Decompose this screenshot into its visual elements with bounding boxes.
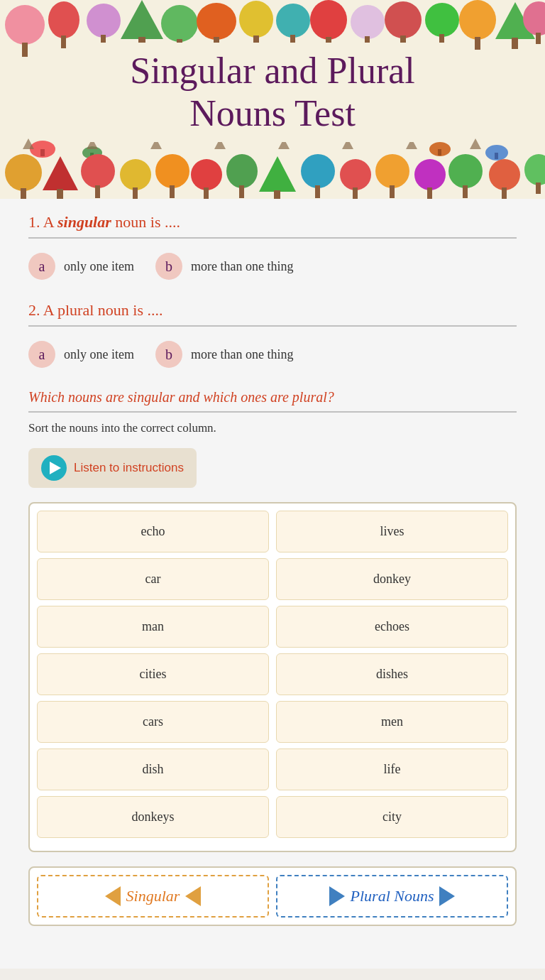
svg-rect-41 [57, 189, 63, 199]
word-cell-echo[interactable]: echo [37, 511, 269, 552]
content-area: 1. A singular noun is .... a only one it… [0, 199, 545, 969]
svg-point-0 [5, 5, 45, 45]
plural-arrow-icon [329, 886, 345, 906]
option-b-badge-2: b [155, 341, 182, 368]
svg-point-2 [48, 1, 79, 38]
plural-column[interactable]: Plural Nouns [276, 875, 508, 918]
word-cell-man[interactable]: man [37, 606, 269, 648]
word-row-6: dish life [37, 748, 508, 790]
svg-rect-37 [495, 153, 498, 159]
word-cell-donkeys[interactable]: donkeys [37, 796, 269, 838]
svg-rect-31 [40, 149, 45, 156]
question-1: 1. A singular noun is .... a only one it… [28, 213, 517, 280]
svg-rect-51 [239, 185, 244, 198]
svg-marker-75 [470, 138, 481, 149]
word-cell-dishes[interactable]: dishes [276, 653, 508, 695]
svg-rect-49 [204, 187, 209, 199]
word-row-7: donkeys city [37, 796, 508, 838]
singular-column[interactable]: Singular [37, 875, 269, 918]
svg-marker-6 [121, 0, 163, 39]
question-2-option-b[interactable]: b more than one thing [155, 341, 293, 368]
word-cell-echoes[interactable]: echoes [276, 606, 508, 648]
word-cell-men[interactable]: men [276, 701, 508, 743]
header-title: Singular and Plural Nouns Test [102, 50, 443, 135]
word-cell-cities[interactable]: cities [37, 653, 269, 695]
option-a-text-2: only one item [64, 347, 134, 362]
question-2: 2. A plural noun is .... a only one item… [28, 301, 517, 368]
word-cell-donkey[interactable]: donkey [276, 558, 508, 600]
header-title-box: Singular and Plural Nouns Test [88, 43, 457, 142]
svg-point-8 [161, 5, 198, 42]
svg-rect-61 [427, 187, 432, 199]
svg-rect-33 [90, 153, 94, 158]
svg-rect-57 [353, 187, 358, 199]
svg-point-32 [82, 146, 102, 159]
singular-arrow-icon [105, 886, 121, 906]
option-a-badge-2: a [28, 341, 55, 368]
question-2-option-a[interactable]: a only one item [28, 341, 134, 368]
svg-point-30 [30, 141, 55, 158]
svg-rect-53 [274, 190, 280, 199]
svg-point-10 [197, 3, 236, 40]
question-1-text: 1. A singular noun is .... [28, 213, 517, 239]
word-cell-city[interactable]: city [276, 796, 508, 838]
svg-rect-43 [95, 185, 100, 198]
svg-rect-55 [315, 185, 320, 198]
word-row-2: car donkey [37, 558, 508, 600]
sort-instruction: Sort the nouns into the correct column. [28, 421, 517, 435]
word-row-1: echo lives [37, 511, 508, 552]
question-1-option-b[interactable]: b more than one thing [155, 253, 293, 280]
question-1-options: a only one item b more than one thing [28, 253, 517, 280]
plural-arrow-icon-2 [439, 886, 455, 906]
sort-section-heading: Which nouns are singular and which ones … [28, 389, 517, 413]
svg-point-28 [523, 1, 545, 36]
svg-point-34 [429, 142, 451, 156]
svg-point-56 [340, 159, 371, 190]
word-cell-car[interactable]: car [37, 558, 269, 600]
word-grid: echo lives car donkey man echoes cities … [28, 502, 517, 852]
svg-point-24 [459, 0, 496, 40]
svg-rect-39 [21, 188, 26, 199]
svg-point-46 [155, 154, 189, 188]
svg-point-22 [425, 3, 459, 37]
svg-rect-25 [475, 37, 480, 50]
svg-rect-29 [536, 33, 541, 44]
question-2-options: a only one item b more than one thing [28, 341, 517, 368]
svg-marker-26 [495, 2, 535, 39]
svg-point-58 [375, 154, 409, 188]
word-cell-dish[interactable]: dish [37, 748, 269, 790]
svg-point-64 [489, 159, 520, 190]
word-cell-cars[interactable]: cars [37, 701, 269, 743]
svg-rect-27 [512, 38, 518, 49]
svg-rect-35 [438, 149, 441, 156]
listen-instructions-button[interactable]: Listen to instructions [28, 448, 197, 488]
singular-column-label: Singular [126, 887, 180, 905]
svg-point-14 [276, 4, 310, 38]
question-2-text: 2. A plural noun is .... [28, 301, 517, 327]
word-row-4: cities dishes [37, 653, 508, 695]
svg-point-66 [524, 154, 545, 185]
svg-point-44 [120, 159, 151, 190]
svg-rect-45 [133, 187, 138, 199]
svg-rect-63 [463, 185, 468, 198]
question-1-option-a[interactable]: a only one item [28, 253, 134, 280]
header: Singular and Plural Nouns Test [0, 0, 545, 199]
svg-rect-3 [61, 36, 66, 48]
svg-point-18 [351, 5, 385, 39]
word-cell-lives[interactable]: lives [276, 511, 508, 552]
svg-point-60 [414, 159, 446, 190]
option-a-badge: a [28, 253, 55, 280]
svg-point-42 [81, 154, 115, 188]
svg-point-48 [191, 159, 222, 190]
option-b-text: more than one thing [191, 259, 293, 274]
svg-rect-47 [170, 185, 175, 198]
plural-column-label: Plural Nouns [351, 887, 434, 905]
svg-marker-52 [259, 156, 296, 192]
answer-section: Singular Plural Nouns [28, 866, 517, 926]
sort-section: Which nouns are singular and which ones … [28, 389, 517, 926]
play-triangle-icon [50, 462, 61, 474]
svg-marker-68 [23, 138, 34, 149]
word-cell-life[interactable]: life [276, 748, 508, 790]
question-1-highlight: singular [57, 213, 111, 231]
option-b-badge: b [155, 253, 182, 280]
